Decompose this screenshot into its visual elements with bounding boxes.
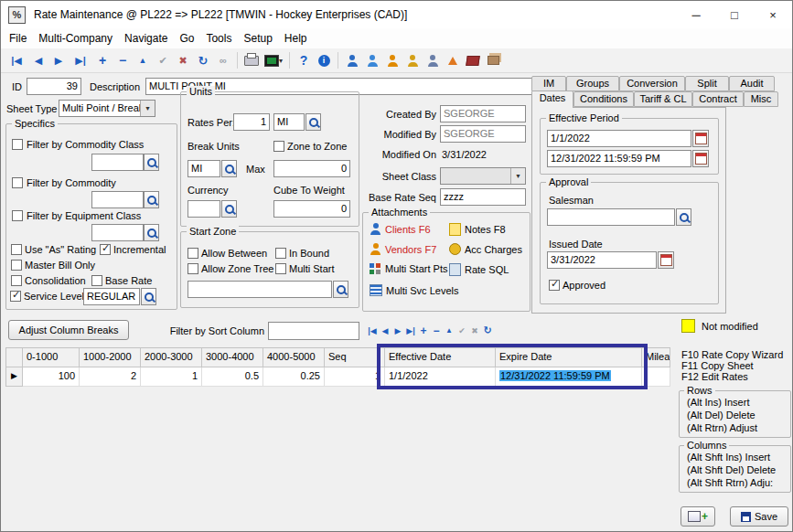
zone-to-zone-checkbox[interactable] bbox=[273, 141, 284, 152]
accept-icon[interactable]: ✔ bbox=[154, 51, 172, 69]
cube-to-weight-field[interactable]: 0 bbox=[273, 200, 350, 218]
grid-cell[interactable]: 0.25 bbox=[263, 367, 325, 387]
vendors-icon[interactable] bbox=[383, 51, 402, 69]
commodity-class-lookup-button[interactable] bbox=[144, 154, 159, 171]
menu-help[interactable]: Help bbox=[284, 32, 307, 45]
commodity-lookup-button[interactable] bbox=[144, 191, 159, 208]
break-units-field[interactable]: MI bbox=[188, 160, 220, 177]
column-header[interactable]: 3000-4000 bbox=[202, 348, 263, 367]
attachment-notes[interactable]: Notes F8 bbox=[449, 223, 506, 236]
drivers-icon[interactable] bbox=[423, 51, 442, 69]
attachment-rate-sql[interactable]: Rate SQL bbox=[449, 263, 509, 276]
refresh-icon[interactable]: ↻ bbox=[194, 51, 212, 69]
grid-remove-icon[interactable]: − bbox=[430, 323, 443, 338]
attachment-vendors[interactable]: Vendors F7 bbox=[370, 243, 436, 255]
tab-misc[interactable]: Misc bbox=[744, 91, 778, 107]
filter-by-sort-column-input[interactable] bbox=[268, 322, 359, 340]
attachment-clients[interactable]: Clients F6 bbox=[370, 223, 431, 235]
grid-refresh-icon[interactable]: ↻ bbox=[481, 323, 494, 338]
tab-split[interactable]: Split bbox=[685, 76, 729, 91]
tab-conversion[interactable]: Conversion bbox=[619, 76, 685, 91]
allow-zone-tree-checkbox[interactable] bbox=[188, 263, 198, 274]
link-icon[interactable]: ∞ bbox=[214, 51, 232, 69]
grid-accept-icon[interactable]: ✔ bbox=[455, 323, 468, 338]
cancel-icon[interactable]: ✖ bbox=[174, 51, 192, 69]
menu-navigate[interactable]: Navigate bbox=[124, 32, 167, 45]
effective-end-field[interactable]: 12/31/2022 11:59:59 PM bbox=[547, 150, 691, 167]
commodity-class-field[interactable] bbox=[91, 154, 144, 171]
tab-conditions[interactable]: Conditions bbox=[573, 91, 634, 107]
clients-icon[interactable] bbox=[343, 51, 361, 69]
column-header[interactable]: 1000-2000 bbox=[80, 348, 141, 367]
save-button[interactable]: Save bbox=[730, 506, 788, 527]
allow-between-checkbox[interactable] bbox=[188, 248, 198, 259]
cards-icon[interactable] bbox=[484, 51, 502, 69]
equipment-class-field[interactable] bbox=[91, 224, 144, 241]
row-selector-cell[interactable]: ▶ bbox=[6, 367, 23, 387]
service-level-field[interactable]: REGULAR bbox=[83, 288, 140, 305]
column-header[interactable]: Seq bbox=[325, 348, 385, 367]
filter-commodity-class-checkbox[interactable] bbox=[12, 139, 23, 150]
tab-dates[interactable]: Dates bbox=[531, 90, 573, 108]
grid-cell-effective-date[interactable]: 1/1/2022 bbox=[385, 367, 496, 387]
rates-per-unit-field[interactable]: MI bbox=[273, 113, 305, 131]
service-level-checkbox[interactable] bbox=[10, 291, 21, 302]
grid-cell[interactable]: 1 bbox=[141, 367, 202, 387]
tab-tariff-cl[interactable]: Tariff & CL bbox=[634, 91, 692, 107]
filter-equipment-class-checkbox[interactable] bbox=[12, 210, 23, 221]
consolidation-checkbox[interactable] bbox=[11, 275, 22, 286]
books-icon[interactable] bbox=[464, 51, 482, 69]
grid-cell-expire-date[interactable]: 12/31/2022 11:59:59 PM bbox=[496, 367, 642, 387]
service-level-lookup-button[interactable] bbox=[141, 288, 156, 305]
max-field[interactable]: 0 bbox=[273, 160, 350, 177]
column-header[interactable]: 0-1000 bbox=[23, 348, 80, 367]
rates-per-unit-lookup-button[interactable] bbox=[305, 113, 321, 131]
nav-next-icon[interactable]: ▶ bbox=[49, 51, 68, 69]
nav-first-icon[interactable]: |◀ bbox=[5, 51, 27, 69]
salesman-lookup-button[interactable] bbox=[676, 208, 691, 226]
remove-icon[interactable]: − bbox=[113, 51, 132, 69]
column-header[interactable]: 4000-5000 bbox=[263, 348, 325, 367]
grid-collapse-icon[interactable]: ▲ bbox=[443, 323, 455, 338]
attachment-multi-svc-levels[interactable]: Multi Svc Levels bbox=[370, 284, 458, 296]
grid-cell[interactable]: 0.5 bbox=[202, 367, 263, 387]
issued-date-calendar-button[interactable] bbox=[658, 251, 674, 269]
nav-prev-icon[interactable]: ◀ bbox=[29, 51, 48, 69]
menu-setup[interactable]: Setup bbox=[243, 32, 272, 45]
grid-add-icon[interactable]: + bbox=[417, 323, 430, 338]
nav-last-icon[interactable]: ▶| bbox=[70, 51, 91, 69]
info-icon[interactable]: i bbox=[315, 51, 333, 69]
break-units-lookup-button[interactable] bbox=[221, 160, 237, 177]
rates-per-field[interactable]: 1 bbox=[233, 113, 270, 131]
equipment-class-lookup-button[interactable] bbox=[144, 224, 159, 241]
commodity-field[interactable] bbox=[91, 191, 144, 208]
attachment-acc-charges[interactable]: Acc Charges bbox=[449, 243, 522, 255]
start-zone-lookup-button[interactable] bbox=[333, 281, 348, 298]
id-field[interactable]: 39 bbox=[27, 78, 81, 95]
salesman-field[interactable] bbox=[547, 208, 675, 226]
column-header-mileage[interactable]: Milea bbox=[642, 348, 670, 367]
security-user-icon[interactable] bbox=[403, 51, 422, 69]
collapse-icon[interactable]: ▲ bbox=[134, 51, 152, 69]
maximize-button[interactable]: □ bbox=[715, 1, 754, 28]
effective-start-calendar-button[interactable] bbox=[692, 130, 709, 147]
in-bound-checkbox[interactable] bbox=[275, 248, 286, 259]
base-rate-checkbox[interactable] bbox=[91, 275, 102, 286]
start-zone-field[interactable] bbox=[188, 281, 332, 298]
grid-cell[interactable]: 100 bbox=[23, 367, 80, 387]
sheet-type-dropdown[interactable]: Multi Point / Break▼ bbox=[59, 100, 155, 117]
currency-field[interactable] bbox=[188, 200, 220, 218]
effective-start-field[interactable]: 1/1/2022 bbox=[547, 130, 691, 147]
grid-nav-last-icon[interactable]: ▶| bbox=[404, 323, 417, 338]
tab-audit[interactable]: Audit bbox=[729, 76, 775, 91]
grid-nav-prev-icon[interactable]: ◀ bbox=[379, 323, 391, 338]
menu-tools[interactable]: Tools bbox=[206, 32, 231, 45]
minimize-button[interactable]: ─ bbox=[677, 1, 715, 28]
menu-multi-company[interactable]: Multi-Company bbox=[38, 32, 113, 45]
tab-im[interactable]: IM bbox=[531, 76, 566, 91]
filter-commodity-checkbox[interactable] bbox=[12, 177, 23, 188]
checkin-arrow-icon[interactable] bbox=[444, 51, 462, 69]
tab-groups[interactable]: Groups bbox=[566, 76, 619, 91]
menu-file[interactable]: File bbox=[9, 32, 27, 45]
grid-nav-next-icon[interactable]: ▶ bbox=[391, 323, 404, 338]
